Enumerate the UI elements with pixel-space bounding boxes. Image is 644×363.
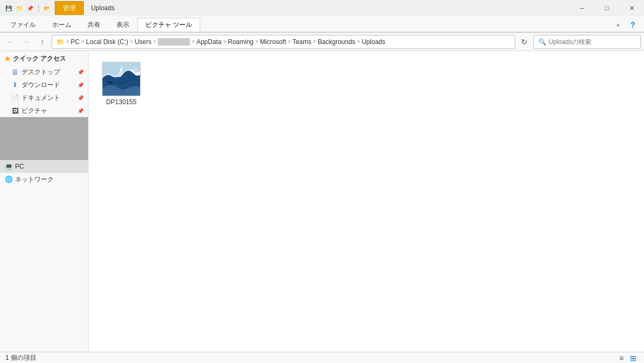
title-bar-title: Uploads — [91, 4, 115, 12]
sidebar-item-desktop[interactable]: 🖥 デスクトップ 📌 — [0, 66, 88, 78]
status-item-count: 1 個の項目 — [5, 353, 36, 362]
sidebar-gray-area — [0, 117, 88, 160]
sidebar-item-network[interactable]: 🌐 ネットワーク — [0, 173, 88, 186]
save-icon: 💾 — [4, 4, 13, 12]
pin-icon-desktop: 📌 — [77, 69, 84, 75]
pin-icon: 📌 — [26, 4, 34, 12]
title-bar-tab: 管理 — [55, 1, 84, 15]
address-bar-row: ← → ↑ 📁 > PC > Local Disk (C:) > Users >… — [0, 33, 644, 51]
tab-home[interactable]: ホーム — [44, 18, 79, 32]
pin-icon-documents: 📌 — [77, 95, 84, 101]
tab-manage[interactable]: ピクチャ ツール — [137, 18, 200, 32]
sidebar-network-label: ネットワーク — [15, 175, 54, 184]
refresh-button[interactable]: ↻ — [517, 35, 531, 49]
ribbon-collapse-button[interactable]: ∧ — [611, 18, 625, 32]
ribbon-tabs: ファイル ホーム 共有 表示 ピクチャ ツール ∧ ? — [0, 16, 644, 32]
close-button[interactable]: ✕ — [619, 0, 644, 16]
grid-view-button[interactable]: ⊞ — [628, 353, 639, 364]
title-bar-icons: 💾 📁 📌 | 📂 — [4, 4, 52, 12]
file-item-dp130155[interactable]: DP130155 — [97, 60, 145, 108]
content-area: DP130155 — [89, 51, 644, 352]
list-view-button[interactable]: ≡ — [616, 353, 627, 364]
sidebar-item-download[interactable]: ⬇ ダウンロード 📌 — [0, 78, 88, 91]
breadcrumb-pc[interactable]: PC — [71, 38, 80, 46]
breadcrumb-local-disk[interactable]: Local Disk (C:) — [86, 38, 128, 46]
network-icon: 🌐 — [4, 175, 13, 184]
back-button[interactable]: ← — [3, 35, 17, 49]
breadcrumb-username[interactable] — [158, 38, 190, 46]
file-name: DP130155 — [106, 98, 137, 106]
new-folder-icon[interactable]: 📁 — [15, 4, 24, 12]
search-input[interactable] — [548, 38, 636, 46]
title-bar: 💾 📁 📌 | 📂 管理 Uploads ─ □ ✕ — [0, 0, 644, 16]
pc-icon: 💻 — [4, 162, 13, 171]
download-icon: ⬇ — [11, 81, 19, 89]
tab-view[interactable]: 表示 — [108, 18, 137, 32]
up-button[interactable]: ↑ — [35, 35, 49, 49]
sidebar-item-pc[interactable]: 💻 PC — [0, 160, 88, 173]
status-bar: 1 個の項目 ≡ ⊞ — [0, 352, 644, 363]
sidebar-item-label-pictures: ピクチャ — [21, 106, 47, 115]
breadcrumb-appdata[interactable]: AppData — [196, 38, 222, 46]
breadcrumb-folder-icon: 📁 — [56, 38, 64, 46]
tab-file[interactable]: ファイル — [2, 18, 44, 32]
breadcrumb-backgrounds[interactable]: Backgrounds — [318, 38, 355, 46]
folder-icon: 📂 — [43, 4, 52, 12]
search-icon: 🔍 — [538, 38, 546, 46]
breadcrumb-teams[interactable]: Teams — [292, 38, 311, 46]
pin-icon-download: 📌 — [77, 82, 84, 88]
desktop-icon: 🖥 — [11, 68, 19, 76]
breadcrumb-uploads[interactable]: Uploads — [362, 38, 385, 46]
status-bar-right: ≡ ⊞ — [616, 353, 639, 364]
sidebar-item-documents[interactable]: 📄 ドキュメント 📌 — [0, 91, 88, 104]
breadcrumb-users[interactable]: Users — [135, 38, 151, 46]
breadcrumb-roaming[interactable]: Roaming — [228, 38, 253, 46]
sidebar-pc-label: PC — [15, 163, 24, 170]
search-bar[interactable]: 🔍 — [533, 35, 641, 49]
sidebar-item-label-documents: ドキュメント — [21, 93, 60, 103]
sidebar-item-label-desktop: デスクトップ — [21, 68, 60, 77]
minimize-button[interactable]: ─ — [570, 0, 595, 16]
main-layout: ★ クイック アクセス 🖥 デスクトップ 📌 ⬇ ダウンロード 📌 📄 ドキュメ… — [0, 51, 644, 352]
documents-icon: 📄 — [11, 93, 19, 102]
breadcrumb-microsoft[interactable]: Microsoft — [260, 38, 286, 46]
star-icon: ★ — [4, 55, 11, 63]
forward-button[interactable]: → — [19, 35, 33, 49]
address-bar[interactable]: 📁 > PC > Local Disk (C:) > Users > > App… — [52, 35, 515, 49]
title-bar-controls: ─ □ ✕ — [570, 0, 644, 16]
quick-access-label: クイック アクセス — [13, 54, 66, 63]
sidebar: ★ クイック アクセス 🖥 デスクトップ 📌 ⬇ ダウンロード 📌 📄 ドキュメ… — [0, 51, 89, 352]
quick-access-header: ★ クイック アクセス — [0, 51, 88, 66]
tab-share[interactable]: 共有 — [79, 18, 108, 32]
pin-icon-pictures: 📌 — [77, 108, 84, 114]
file-thumbnail — [102, 62, 141, 96]
pictures-icon: 🖼 — [11, 106, 19, 115]
maximize-button[interactable]: □ — [595, 0, 619, 16]
title-bar-left: 💾 📁 📌 | 📂 管理 Uploads — [4, 1, 115, 15]
sidebar-item-pictures[interactable]: 🖼 ピクチャ 📌 — [0, 104, 88, 117]
sidebar-item-label-download: ダウンロード — [21, 81, 60, 90]
help-button[interactable]: ? — [626, 18, 640, 32]
ribbon: ファイル ホーム 共有 表示 ピクチャ ツール ∧ ? — [0, 16, 644, 33]
